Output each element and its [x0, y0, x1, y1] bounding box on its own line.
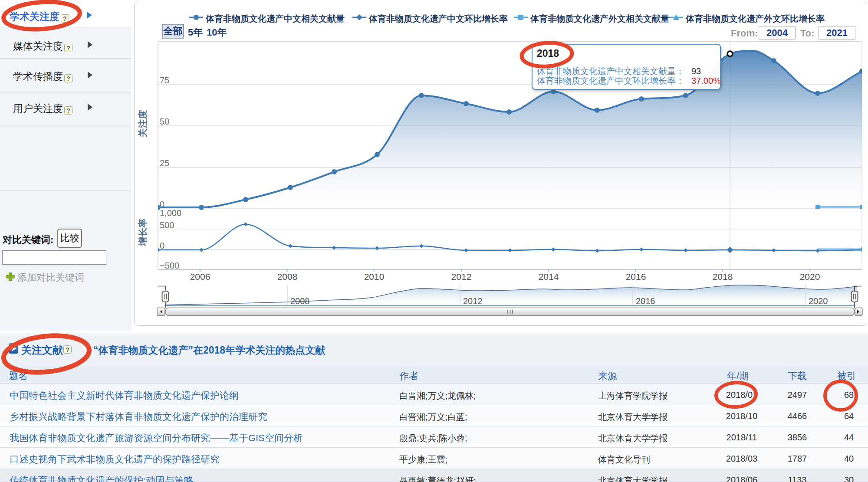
svg-text:2008: 2008: [290, 296, 310, 306]
svg-text:2010: 2010: [364, 272, 385, 282]
svg-text:2008: 2008: [277, 272, 298, 282]
svg-text:75: 75: [160, 75, 169, 85]
svg-text:2006: 2006: [190, 272, 210, 282]
svg-text:500: 500: [160, 220, 174, 230]
svg-text:2012: 2012: [463, 296, 483, 306]
svg-text:2012: 2012: [451, 272, 472, 282]
svg-text:25: 25: [160, 158, 169, 168]
svg-text:1,000: 1,000: [160, 208, 181, 218]
svg-text:2018: 2018: [713, 272, 733, 282]
svg-text:2016: 2016: [626, 272, 646, 282]
svg-text:0: 0: [160, 241, 164, 250]
svg-text:2016: 2016: [636, 296, 655, 306]
svg-text:关注度: 关注度: [138, 110, 148, 138]
svg-text:增长率: 增长率: [138, 219, 148, 247]
svg-text:2014: 2014: [539, 272, 559, 282]
svg-text:−500: −500: [160, 261, 179, 270]
svg-text:2020: 2020: [809, 296, 828, 306]
svg-text:2020: 2020: [800, 272, 820, 282]
svg-text:50: 50: [160, 117, 169, 126]
